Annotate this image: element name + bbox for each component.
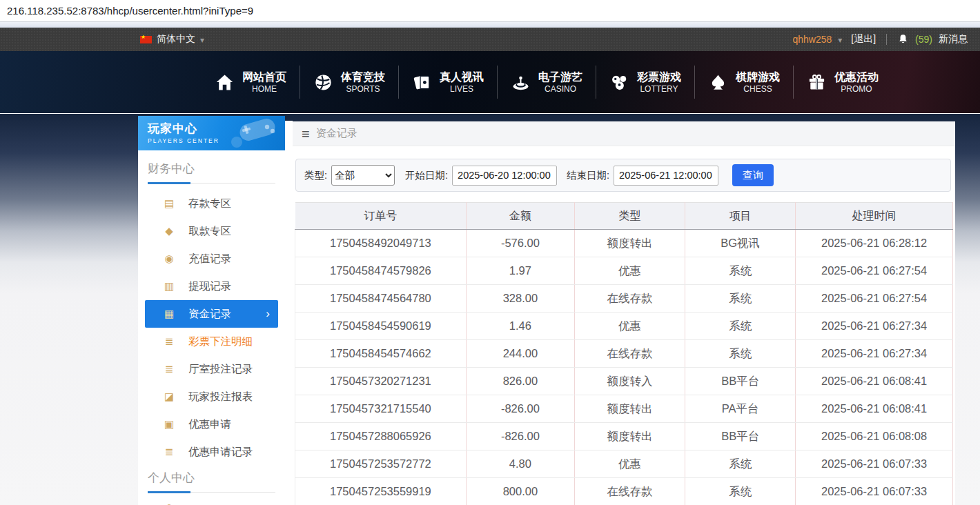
table-row: 1750458492049713 -576.00 额度转出 BG视讯 2025-…	[295, 230, 953, 257]
table-header-cell: 类型	[575, 203, 685, 230]
nav-item-casino[interactable]: 电子游艺CASINO	[497, 66, 596, 99]
type-select[interactable]: 全部	[331, 165, 395, 186]
table-header-cell: 订单号	[295, 203, 467, 230]
table-body: 1750458492049713 -576.00 额度转出 BG视讯 2025-…	[295, 230, 953, 505]
cell-type: 在线存款	[575, 285, 685, 313]
sidebar-heading-finance: 财务中心	[148, 161, 275, 184]
page: 216.118.235.52:8783/hhcp/usercenter.html…	[0, 0, 980, 505]
withdraw-record-icon: ▥	[163, 280, 175, 293]
cell-order-id: 1750457253559919	[295, 478, 467, 505]
new-messages-link[interactable]: 新消息	[939, 33, 968, 46]
cell-datetime: 2025-06-21 06:28:12	[796, 230, 953, 257]
divider	[886, 34, 887, 45]
sidebar-item[interactable]: ≣ 彩票下注明细	[138, 328, 285, 355]
cell-datetime: 2025-06-21 06:07:33	[796, 478, 953, 505]
withdraw-hand-icon: ◆	[163, 225, 175, 237]
nav-label-en: HOME	[252, 84, 277, 95]
nav-item-home[interactable]: 网站首页HOME	[202, 66, 300, 99]
topbar: 简体中文 qhhw258 [退出] (59) 新消息	[0, 28, 980, 51]
browser-divider	[0, 22, 980, 28]
cell-amount: 4.80	[466, 450, 574, 478]
nav-item-lottery[interactable]: 彩票游戏LOTTERY	[596, 66, 694, 99]
sidebar-item[interactable]: ◪ 玩家投注报表	[138, 383, 285, 410]
cell-amount: 1.46	[466, 313, 574, 340]
cell-project: 系统	[685, 340, 796, 368]
message-count[interactable]: (59)	[915, 34, 932, 45]
cell-type: 额度转出	[575, 423, 685, 450]
sidebar-item[interactable]: ▥ 提现记录	[138, 273, 285, 300]
deposit-card-icon: ▤	[163, 197, 175, 210]
nav-label-zh: 优惠活动	[834, 70, 879, 84]
nav-label-en: SPORTS	[346, 84, 380, 95]
table-row: 1750457320271231 826.00 额度转入 BB平台 2025-0…	[295, 368, 953, 395]
sidebar-item[interactable]: ≣ 厅室投注记录	[138, 355, 285, 383]
cell-project: BG视讯	[685, 230, 796, 257]
chevron-down-icon	[838, 34, 842, 45]
start-date-input[interactable]	[452, 166, 557, 186]
url-text[interactable]: 216.118.235.52:8783/hhcp/usercenter.html…	[7, 5, 253, 17]
cell-datetime: 2025-06-21 06:27:54	[796, 257, 953, 285]
coin-icon: ▪	[163, 499, 175, 505]
table-header-cell: 项目	[685, 203, 796, 230]
sidebar-item[interactable]: ▦ 资金记录	[145, 300, 278, 328]
bell-icon[interactable]	[897, 33, 909, 46]
logout-button[interactable]: [退出]	[851, 33, 876, 46]
table-row: 1750457253572772 4.80 优惠 系统 2025-06-21 0…	[295, 450, 953, 478]
sidebar-item-label: 玩家投注报表	[188, 390, 253, 404]
chevron-down-icon	[200, 34, 204, 45]
panel-gap	[285, 121, 293, 505]
cell-amount: 244.00	[466, 340, 574, 368]
table-row: 1750458474564780 328.00 在线存款 系统 2025-06-…	[295, 285, 953, 313]
cell-amount: 328.00	[466, 285, 574, 313]
table-row: 1750457321715540 -826.00 额度转出 PA平台 2025-…	[295, 395, 953, 423]
filter-bar: 类型: 全部 开始日期: 结束日期: 查询	[295, 159, 951, 192]
main-nav: 网站首页HOME 体育竞技SPORTS 真人视讯LIVES 电子游艺CASINO…	[0, 51, 980, 113]
sidebar-item[interactable]: ▣ 优惠申请	[138, 410, 285, 438]
cell-project: 系统	[685, 478, 796, 505]
gift-icon	[807, 72, 827, 92]
sidebar-item-label: 提现记录	[188, 279, 231, 294]
breadcrumb-label: 资金记录	[316, 127, 357, 140]
nav-label-zh: 体育竞技	[341, 70, 385, 84]
sidebar-item[interactable]: ◉ 充值记录	[138, 245, 285, 273]
cell-type: 在线存款	[575, 478, 685, 505]
cell-type: 额度转入	[575, 368, 685, 395]
table-row: 1750458474579826 1.97 优惠 系统 2025-06-21 0…	[295, 257, 953, 285]
table-header-cell: 处理时间	[796, 203, 953, 230]
player-bet-report-icon: ◪	[163, 390, 175, 403]
sidebar-item-partial[interactable]: ▪	[138, 499, 285, 505]
cell-order-id: 1750457253572772	[295, 450, 467, 478]
nav-label-en: CASINO	[545, 84, 576, 95]
nav-item-promo[interactable]: 优惠活动PROMO	[793, 66, 892, 99]
sidebar-item[interactable]: ◆ 取款专区	[138, 217, 285, 245]
sidebar-item-label: 存款专区	[188, 197, 231, 211]
sidebar-item[interactable]: ▤ 存款专区	[138, 190, 285, 217]
cell-datetime: 2025-06-21 06:27:34	[796, 313, 953, 340]
language-label: 简体中文	[157, 33, 195, 46]
breadcrumb: 资金记录	[293, 121, 955, 146]
nav-item-lives[interactable]: 真人视讯LIVES	[398, 66, 497, 99]
nav-item-sports[interactable]: 体育竞技SPORTS	[300, 66, 398, 99]
main-panel: 资金记录 类型: 全部 开始日期: 结束日期: 查询	[293, 121, 955, 505]
cell-datetime: 2025-06-21 06:08:41	[796, 368, 953, 395]
sidebar-item-label: 彩票下注明细	[188, 335, 253, 349]
sidebar-item[interactable]: ≣ 优惠申请记录	[138, 438, 285, 466]
cell-type: 额度转出	[575, 395, 685, 423]
cell-amount: 826.00	[466, 368, 574, 395]
browser-address-bar[interactable]: 216.118.235.52:8783/hhcp/usercenter.html…	[0, 0, 980, 22]
spade-icon	[708, 72, 728, 92]
home-icon	[215, 72, 235, 92]
sports-ball-icon	[313, 72, 333, 92]
username-menu[interactable]: qhhw258	[792, 34, 832, 45]
language-selector[interactable]: 简体中文	[140, 33, 204, 46]
search-button[interactable]: 查询	[732, 164, 774, 186]
nav-item-chess[interactable]: 棋牌游戏CHESS	[694, 66, 793, 99]
cell-project: 系统	[685, 257, 796, 285]
nav-label-zh: 真人视讯	[440, 70, 484, 84]
nav-label-zh: 网站首页	[242, 70, 286, 84]
body-background: 玩家中心 PLAYERS CENTER 财务中心 ▤ 存款专区 ◆ 取款专区	[0, 114, 980, 505]
cell-order-id: 1750458454590619	[295, 313, 467, 340]
sidebar-header: 玩家中心 PLAYERS CENTER	[138, 116, 285, 150]
end-date-input[interactable]	[614, 166, 718, 186]
table-row: 1750457288065926 -826.00 额度转出 BB平台 2025-…	[295, 423, 953, 450]
